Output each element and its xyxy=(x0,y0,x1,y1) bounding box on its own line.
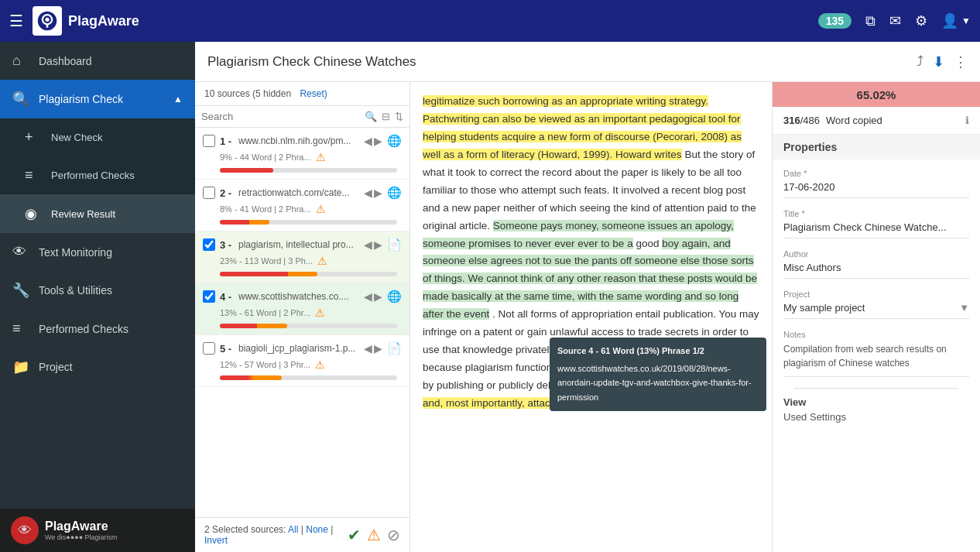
prev-icon[interactable]: ◀ xyxy=(364,135,372,147)
next-icon[interactable]: ▶ xyxy=(374,135,382,147)
sidebar-item-text-monitoring[interactable]: 👁 Text Monitoring xyxy=(0,233,195,271)
source-row1: 2 - retractionwatch.com/cate... ◀ ▶ 🌐 xyxy=(203,186,402,200)
source-bar-fill-4 xyxy=(220,324,287,328)
filter-icon[interactable]: ⊟ xyxy=(382,111,390,122)
select-invert-link[interactable]: Invert xyxy=(204,535,228,546)
info-icon[interactable]: ℹ xyxy=(965,115,969,126)
plagaware-logo-svg xyxy=(36,10,58,32)
used-settings-row: Used Settings xyxy=(783,411,969,423)
hamburger-icon[interactable]: ☰ xyxy=(9,12,23,30)
topnav-actions: 135 ⧉ ✉ ⚙ 👤 ▼ xyxy=(818,12,971,29)
notification-badge[interactable]: 135 xyxy=(818,13,852,29)
prev-icon[interactable]: ◀ xyxy=(364,290,372,303)
select-all-link[interactable]: All xyxy=(288,524,298,535)
external-link-icon-4[interactable]: 🌐 xyxy=(387,290,402,303)
source-nav-1: ◀ ▶ xyxy=(364,135,382,147)
share-icon[interactable]: ⤴ xyxy=(917,53,923,70)
author-value[interactable]: Misc Authors xyxy=(783,262,969,279)
text-panel: legitimatize such borrowing as an approp… xyxy=(410,82,773,552)
doc-icon-5[interactable]: 📄 xyxy=(387,341,402,355)
author-label: Author xyxy=(783,249,969,259)
title-value[interactable]: Plagiarism Check Chinese Watche... xyxy=(783,221,969,238)
user-menu[interactable]: 👤 ▼ xyxy=(941,12,971,29)
sidebar-main-section: ⌂ Dashboard 🔍 Plagiarism Check ▲ + New C… xyxy=(0,42,195,386)
prev-icon[interactable]: ◀ xyxy=(364,238,372,251)
next-icon[interactable]: ▶ xyxy=(374,187,382,199)
plag-eye-icon: 👁 xyxy=(11,516,39,544)
select-none-link[interactable]: None xyxy=(306,524,328,535)
main-layout: ⌂ Dashboard 🔍 Plagiarism Check ▲ + New C… xyxy=(0,42,980,552)
block-icon[interactable]: ⊘ xyxy=(387,526,400,544)
window-icon[interactable]: ⧉ xyxy=(865,13,875,29)
sidebar-item-dashboard[interactable]: ⌂ Dashboard xyxy=(0,42,195,80)
download-icon[interactable]: ⬇ xyxy=(933,53,944,70)
notes-value[interactable]: Compilation from web search results on p… xyxy=(783,342,969,377)
used-settings-label[interactable]: Used Settings xyxy=(783,411,846,423)
warning-action-icon[interactable]: ⚠ xyxy=(367,526,381,544)
source-item: 2 - retractionwatch.com/cate... ◀ ▶ 🌐 8%… xyxy=(195,180,409,231)
source-checkbox-5[interactable] xyxy=(203,342,215,355)
sidebar-item-project[interactable]: 📁 Project xyxy=(0,348,195,386)
view-label: View xyxy=(783,390,806,411)
warning-icon-2[interactable]: ⚠ xyxy=(316,203,326,215)
prev-icon[interactable]: ◀ xyxy=(364,342,372,355)
sidebar-item-tools-utilities[interactable]: 🔧 Tools & Utilities xyxy=(0,271,195,310)
doc-icon-3[interactable]: 📄 xyxy=(387,238,402,252)
sidebar-sub-menu: + New Check ≡ Performed Checks ◉ Review … xyxy=(0,118,195,233)
next-icon[interactable]: ▶ xyxy=(374,290,382,303)
tooltip-url: www.scottishwatches.co.uk/2019/08/28/new… xyxy=(557,362,759,405)
notes-field: Notes Compilation from web search result… xyxy=(783,330,969,377)
prev-icon[interactable]: ◀ xyxy=(364,187,372,199)
source-item: 5 - biagioli_jcp_plagiarism-1.p... ◀ ▶ 📄… xyxy=(195,335,409,387)
approve-icon[interactable]: ✔ xyxy=(348,526,361,544)
author-field: Author Misc Authors xyxy=(783,249,969,279)
source-nav-3: ◀ ▶ xyxy=(364,238,382,251)
warning-icon-4[interactable]: ⚠ xyxy=(315,307,325,319)
warning-icon-3[interactable]: ⚠ xyxy=(317,255,327,267)
next-icon[interactable]: ▶ xyxy=(374,238,382,251)
reset-link[interactable]: Reset) xyxy=(300,88,327,99)
sidebar-item-label: Performed Checks xyxy=(51,170,135,181)
sidebar-item-performed-checks-2[interactable]: ≡ Performed Checks xyxy=(0,310,195,348)
source-checkbox-3[interactable] xyxy=(203,238,215,251)
sidebar: ⌂ Dashboard 🔍 Plagiarism Check ▲ + New C… xyxy=(0,42,195,552)
source-row1: 5 - biagioli_jcp_plagiarism-1.p... ◀ ▶ 📄 xyxy=(203,341,402,355)
title-field: Title * Plagiarism Check Chinese Watche.… xyxy=(783,209,969,238)
external-link-icon-1[interactable]: 🌐 xyxy=(387,134,402,148)
project-label: Project xyxy=(783,290,969,299)
source-num: 1 - xyxy=(220,135,234,147)
search-bar: 🔍 ⊟ ⇅ xyxy=(195,106,409,128)
project-icon: 📁 xyxy=(12,358,29,375)
search-icon[interactable]: 🔍 xyxy=(365,111,377,122)
source-bar-3 xyxy=(220,272,397,276)
project-dropdown[interactable]: My sample project ▼ xyxy=(783,302,969,319)
sidebar-item-plagiarism-check[interactable]: 🔍 Plagiarism Check ▲ xyxy=(0,80,195,118)
settings-icon[interactable]: ⚙ xyxy=(915,12,927,29)
source-checkbox-2[interactable] xyxy=(203,187,215,199)
next-icon[interactable]: ▶ xyxy=(374,342,382,355)
source-bar-fill-2 xyxy=(220,220,269,225)
sources-panel: 10 sources (5 hidden Reset) 🔍 ⊟ ⇅ xyxy=(195,82,410,552)
date-value[interactable]: 17-06-2020 xyxy=(783,181,969,198)
sidebar-item-review-result[interactable]: ◉ Review Result xyxy=(0,194,195,233)
source-checkbox-4[interactable] xyxy=(203,290,215,303)
mail-icon[interactable]: ✉ xyxy=(889,12,901,29)
source-checkbox-1[interactable] xyxy=(203,135,215,147)
sidebar-item-new-check[interactable]: + New Check xyxy=(0,118,195,156)
sort-icon[interactable]: ⇅ xyxy=(395,111,403,122)
external-link-icon-2[interactable]: 🌐 xyxy=(387,186,402,200)
source-bar-5 xyxy=(220,375,397,380)
logo-icon xyxy=(33,6,62,36)
progress-label: 65.02% xyxy=(857,88,896,101)
sidebar-item-label: Performed Checks xyxy=(39,323,128,335)
more-options-icon[interactable]: ⋮ xyxy=(954,53,968,70)
sources-header: 10 sources (5 hidden Reset) xyxy=(195,82,409,106)
sidebar-item-performed-checks[interactable]: ≡ Performed Checks xyxy=(0,156,195,194)
warning-icon-1[interactable]: ⚠ xyxy=(316,151,326,163)
source-item: 1 - www.ncbi.nlm.nih.gov/pm... ◀ ▶ 🌐 9% … xyxy=(195,128,409,180)
search-input[interactable] xyxy=(201,111,360,122)
source-row1: 1 - www.ncbi.nlm.nih.gov/pm... ◀ ▶ 🌐 xyxy=(203,134,402,148)
source-bar-fill-5 xyxy=(220,375,282,380)
warning-icon-5[interactable]: ⚠ xyxy=(315,358,325,371)
text-content[interactable]: legitimatize such borrowing as an approp… xyxy=(410,82,772,552)
